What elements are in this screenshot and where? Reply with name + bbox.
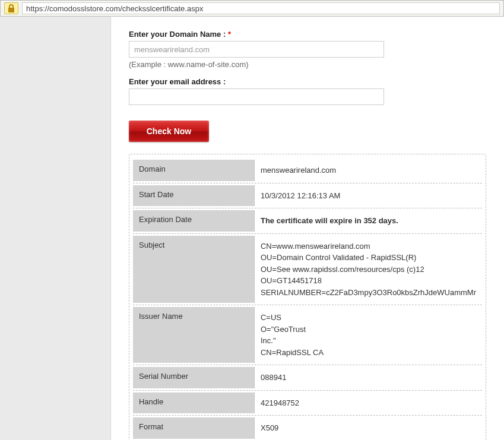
result-label: Issuer Name — [133, 307, 255, 363]
result-row: Serial Number088941 — [133, 365, 482, 391]
page-wrapper: Enter your Domain Name : * (Example : ww… — [0, 17, 504, 440]
result-label: Expiration Date — [133, 210, 255, 232]
result-row: SubjectCN=www.menswearireland.comOU=Doma… — [133, 234, 482, 306]
result-row: FormatX509 — [133, 416, 482, 440]
result-value: X509 — [255, 417, 482, 439]
result-row: Domainmenswearireland.com — [133, 158, 482, 183]
left-gutter — [0, 17, 111, 440]
required-asterisk: * — [228, 30, 231, 39]
domain-label: Enter your Domain Name : * — [129, 30, 486, 39]
result-row: Issuer NameC=USO="GeoTrustInc."CN=RapidS… — [133, 305, 482, 365]
result-value: 10/3/2012 12:16:13 AM — [255, 185, 482, 207]
email-input[interactable] — [129, 88, 384, 105]
domain-field: Enter your Domain Name : * (Example : ww… — [129, 30, 486, 69]
result-value: CN=www.menswearireland.comOU=Domain Cont… — [255, 236, 482, 303]
domain-input[interactable] — [129, 41, 384, 58]
result-label: Start Date — [133, 185, 255, 207]
result-label: Subject — [133, 236, 255, 303]
result-value: C=USO="GeoTrustInc."CN=RapidSSL CA — [255, 307, 482, 363]
email-field: Enter your email address : — [129, 77, 486, 105]
content-panel: Enter your Domain Name : * (Example : ww… — [111, 17, 504, 440]
result-label: Handle — [133, 392, 255, 414]
result-row: Start Date10/3/2012 12:16:13 AM — [133, 183, 482, 209]
domain-label-text: Enter your Domain Name : — [129, 30, 226, 39]
check-now-button[interactable]: Check Now — [129, 121, 209, 142]
result-label: Format — [133, 417, 255, 439]
lock-icon — [4, 2, 18, 14]
result-value: 421948752 — [255, 392, 482, 414]
url-input[interactable] — [22, 2, 500, 14]
result-label: Domain — [133, 160, 255, 181]
result-row: Expiration DateThe certificate will expi… — [133, 208, 482, 234]
browser-address-bar — [0, 0, 504, 17]
results-table: Domainmenswearireland.comStart Date10/3/… — [129, 154, 486, 440]
domain-example: (Example : www.name-of-site.com) — [129, 60, 486, 69]
result-value: The certificate will expire in 352 days. — [255, 210, 482, 232]
result-value: 088941 — [255, 367, 482, 388]
result-row: Handle421948752 — [133, 391, 482, 416]
result-label: Serial Number — [133, 367, 255, 388]
email-label: Enter your email address : — [129, 77, 486, 86]
result-value: menswearireland.com — [255, 160, 482, 181]
